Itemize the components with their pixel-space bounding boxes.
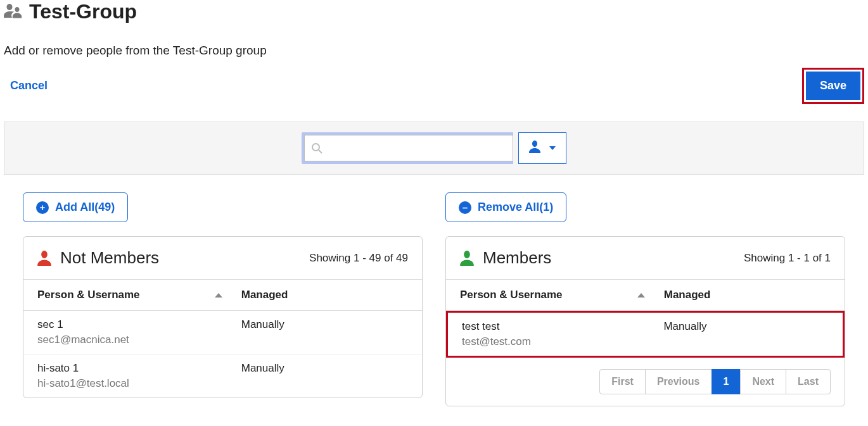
person-name: test test — [462, 320, 663, 333]
plus-circle-icon: + — [36, 201, 49, 214]
person-name: hi-sato 1 — [37, 362, 241, 375]
not-members-panel: Not Members Showing 1 - 49 of 49 Person … — [23, 236, 423, 398]
person-username: test@test.com — [462, 335, 663, 348]
col-managed[interactable]: Managed — [664, 289, 831, 301]
col-managed[interactable]: Managed — [241, 289, 408, 301]
minus-circle-icon: – — [459, 201, 471, 214]
add-all-button[interactable]: + Add All(49) — [23, 192, 128, 222]
managed-value: Manually — [663, 320, 829, 348]
table-row[interactable]: hi-sato 1 hi-sato1@test.local Manually — [23, 354, 422, 398]
pager-page-1[interactable]: 1 — [712, 369, 741, 394]
not-members-title: Not Members — [60, 248, 300, 268]
managed-value: Manually — [241, 362, 408, 390]
table-row[interactable]: test test test@test.com Manually — [446, 311, 845, 358]
pager-previous[interactable]: Previous — [645, 369, 712, 394]
not-members-range: Showing 1 - 49 of 49 — [309, 252, 408, 265]
col-person-username[interactable]: Person & Username — [37, 289, 241, 301]
person-username: hi-sato1@test.local — [37, 377, 241, 390]
pager: First Previous 1 Next Last — [446, 358, 845, 406]
person-icon — [37, 251, 51, 266]
save-button[interactable]: Save — [806, 72, 860, 100]
search-icon — [311, 142, 322, 154]
members-panel: Members Showing 1 - 1 of 1 Person & User… — [445, 236, 845, 406]
person-name: sec 1 — [37, 318, 241, 331]
group-icon — [4, 3, 23, 21]
search-type-dropdown[interactable] — [518, 132, 566, 164]
sort-asc-icon — [637, 293, 645, 298]
person-icon — [460, 251, 474, 266]
save-highlight: Save — [802, 68, 864, 104]
person-icon — [529, 141, 540, 156]
cancel-button[interactable]: Cancel — [10, 79, 48, 92]
members-range: Showing 1 - 1 of 1 — [744, 252, 831, 265]
remove-all-button[interactable]: – Remove All(1) — [445, 192, 566, 222]
pager-next[interactable]: Next — [740, 369, 786, 394]
sort-asc-icon — [215, 293, 222, 298]
remove-all-label: Remove All(1) — [478, 201, 553, 214]
svg-line-1 — [319, 150, 322, 153]
pager-first[interactable]: First — [599, 369, 646, 394]
members-title: Members — [483, 248, 735, 268]
search-input[interactable] — [329, 135, 513, 161]
person-username: sec1@macnica.net — [37, 334, 241, 346]
table-row[interactable]: sec 1 sec1@macnica.net Manually — [23, 311, 422, 354]
page-subtitle: Add or remove people from the Test-Group… — [4, 44, 864, 58]
svg-point-0 — [312, 144, 319, 151]
col-person-username[interactable]: Person & Username — [460, 289, 664, 301]
search-toolbar — [4, 122, 864, 175]
managed-value: Manually — [241, 318, 408, 346]
pager-last[interactable]: Last — [786, 369, 831, 394]
add-all-label: Add All(49) — [55, 201, 115, 214]
page-title: Test-Group — [29, 0, 137, 23]
chevron-down-icon — [549, 146, 556, 150]
